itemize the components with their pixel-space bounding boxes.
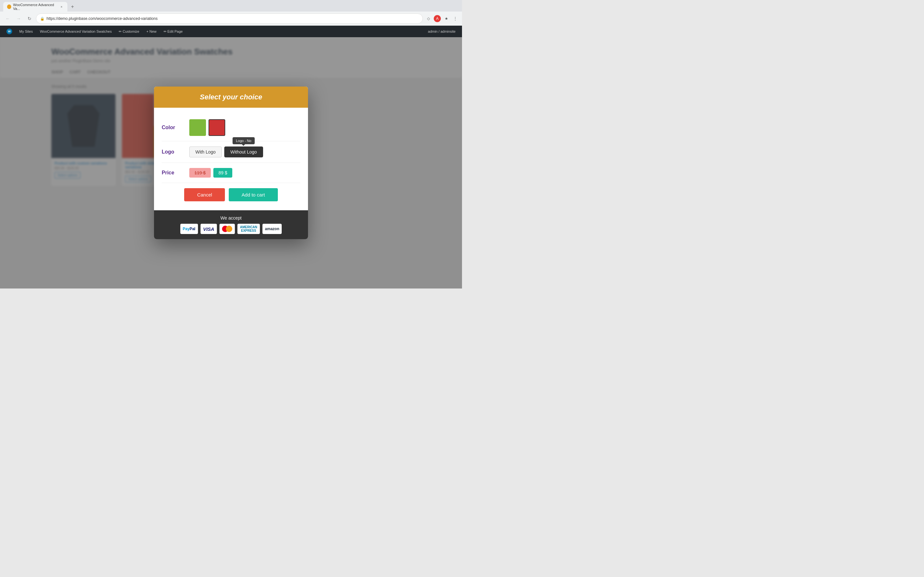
mc-circle-orange xyxy=(226,226,232,232)
edit-page-label: ✏ Edit Page xyxy=(164,29,183,34)
browser-tab-active[interactable]: WooCommerce Advanced Va... × xyxy=(3,2,67,11)
payment-icons: PayPal VISA AMERICANEXPRESS amazon xyxy=(162,224,300,234)
browser-tab-bar: WooCommerce Advanced Va... × + xyxy=(0,0,462,11)
variation-modal: Select your choice Color Logo With Logo … xyxy=(154,87,308,239)
with-logo-button[interactable]: With Logo xyxy=(189,147,222,157)
user-item[interactable]: admin / adminsite xyxy=(425,27,459,35)
customize-label: ✏ Customize xyxy=(119,29,139,34)
paypal-icon: PayPal xyxy=(180,224,198,234)
extensions-icon[interactable]: ◇ xyxy=(425,15,432,22)
profile-icon[interactable]: A xyxy=(434,15,441,22)
new-tab-button[interactable]: + xyxy=(69,3,76,11)
wp-admin-bar: W My Sites WooCommerce Advanced Variatio… xyxy=(0,26,462,37)
reload-button[interactable]: ↻ xyxy=(25,14,34,23)
without-logo-label: Without Logo xyxy=(230,149,257,155)
my-sites-item[interactable]: My Sites xyxy=(16,27,36,35)
wp-admin-right: admin / adminsite xyxy=(425,27,459,35)
color-option-row: Color xyxy=(162,114,300,141)
lock-icon: 🔒 xyxy=(40,17,45,21)
tab-label: WooCommerce Advanced Va... xyxy=(13,3,58,11)
price-active-button[interactable]: 89 $ xyxy=(213,168,232,177)
tab-close-button[interactable]: × xyxy=(59,5,63,9)
new-label: + New xyxy=(146,29,157,33)
we-accept-title: We accept xyxy=(162,215,300,221)
page-background: WooCommerce Advanced Variation Swatches … xyxy=(0,37,462,288)
back-button[interactable]: ← xyxy=(3,14,12,23)
price-buttons: 119 $ 89 $ xyxy=(189,168,232,177)
cancel-button[interactable]: Cancel xyxy=(184,188,225,201)
my-sites-label: My Sites xyxy=(19,29,33,33)
logo-label: Logo xyxy=(162,149,184,155)
wp-logo-icon: W xyxy=(6,29,12,34)
user-label: admin / adminsite xyxy=(428,29,456,33)
modal-title: Select your choice xyxy=(162,93,300,101)
customize-item[interactable]: ✏ Customize xyxy=(115,27,142,35)
price-option-row: Price 119 $ 89 $ xyxy=(162,163,300,183)
url-text: https://demo.pluginbase.com/woocommerce-… xyxy=(47,16,158,21)
color-label: Color xyxy=(162,125,184,131)
forward-button[interactable]: → xyxy=(14,14,23,23)
color-swatches xyxy=(189,119,225,136)
price-strikethrough-button[interactable]: 119 $ xyxy=(189,168,211,177)
amex-icon: AMERICANEXPRESS xyxy=(237,224,260,234)
plugin-label: WooCommerce Advanced Variation Swatches xyxy=(40,29,111,33)
address-bar[interactable]: 🔒 https://demo.pluginbase.com/woocommerc… xyxy=(36,13,423,24)
modal-footer: We accept PayPal VISA AMERICANEXPRESS am… xyxy=(154,210,308,239)
new-item[interactable]: + New xyxy=(143,27,160,35)
bookmark-icon[interactable]: ★ xyxy=(443,15,450,22)
mastercard-icon xyxy=(220,224,235,234)
visa-icon: VISA xyxy=(200,224,217,234)
browser-chrome: WooCommerce Advanced Va... × + ← → ↻ 🔒 h… xyxy=(0,0,462,26)
add-to-cart-button[interactable]: Add to cart xyxy=(229,188,278,201)
plugin-item[interactable]: WooCommerce Advanced Variation Swatches xyxy=(37,27,115,35)
tab-favicon xyxy=(7,5,11,9)
logo-option-row: Logo With Logo Without Logo Logo - No xyxy=(162,141,300,163)
color-swatch-red[interactable] xyxy=(208,119,225,136)
action-buttons: Cancel Add to cart xyxy=(162,183,300,204)
edit-page-item[interactable]: ✏ Edit Page xyxy=(160,27,186,35)
browser-toolbar-icons: ◇ A ★ ⋮ xyxy=(425,15,459,22)
menu-icon[interactable]: ⋮ xyxy=(452,15,459,22)
modal-body: Color Logo With Logo Without Logo Logo -… xyxy=(154,108,308,210)
without-logo-button[interactable]: Without Logo Logo - No xyxy=(224,147,263,157)
amazon-icon: amazon xyxy=(262,224,282,234)
price-label: Price xyxy=(162,170,184,176)
wp-logo-item[interactable]: W xyxy=(3,27,15,36)
browser-toolbar: ← → ↻ 🔒 https://demo.pluginbase.com/wooc… xyxy=(0,11,462,26)
color-swatch-green[interactable] xyxy=(189,119,206,136)
modal-header: Select your choice xyxy=(154,87,308,108)
logo-buttons: With Logo Without Logo Logo - No xyxy=(189,147,263,157)
